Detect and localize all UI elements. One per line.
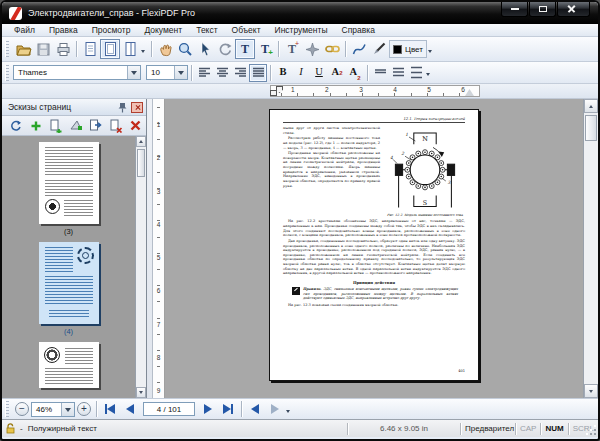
italic-button[interactable]: I	[292, 64, 310, 82]
nav-overflow-arrow[interactable]	[286, 410, 290, 415]
font-family-dropdown[interactable]	[127, 66, 140, 79]
add-page-button[interactable]	[27, 118, 44, 134]
fit-page-view-button[interactable]	[100, 39, 120, 59]
minimize-button[interactable]	[501, 2, 528, 17]
toolbar-grip[interactable]	[5, 401, 9, 417]
open-button[interactable]	[13, 39, 33, 59]
menu-edit[interactable]: Правка	[42, 25, 85, 35]
export-page-button[interactable]	[87, 118, 104, 134]
preview-button[interactable]: Предварител	[461, 424, 515, 433]
font-size-dropdown[interactable]	[174, 66, 187, 79]
rule-note: Правило. ЭДС, снимаемая контактными щетк…	[292, 287, 458, 301]
history-back-button[interactable]	[245, 401, 265, 417]
scroll-down-button[interactable]	[584, 384, 598, 398]
resize-grip[interactable]	[594, 433, 596, 435]
font-size-select[interactable]: 10	[146, 65, 188, 80]
menu-object[interactable]: Объект	[225, 25, 268, 35]
next-page-button[interactable]	[198, 401, 218, 417]
scroll-up-button[interactable]	[584, 99, 598, 113]
menu-document[interactable]: Документ	[137, 25, 189, 35]
hand-tool-button[interactable]	[155, 39, 175, 59]
zoom-out-button[interactable]: −	[15, 402, 29, 416]
print-button[interactable]	[53, 39, 73, 59]
main-toolbar: T T + T +	[2, 37, 598, 62]
ruler-number: 5	[157, 254, 161, 261]
eyedropper-tool-button[interactable]	[369, 39, 389, 59]
align-center-button[interactable]	[213, 64, 231, 82]
format-toolbar: Thames 10 B	[2, 62, 598, 84]
font-family-select[interactable]: Thames	[13, 65, 141, 80]
last-page-icon	[223, 404, 231, 414]
superscript-button[interactable]: A2	[328, 64, 346, 82]
add-text-tool-button[interactable]: T +	[255, 39, 275, 59]
rotate-tool-button[interactable]	[215, 39, 235, 59]
select-tool-button[interactable]	[195, 39, 215, 59]
line-spacing-onehalf-icon	[392, 67, 405, 78]
single-page-view-button[interactable]	[80, 39, 100, 59]
line-spacing-single-button[interactable]	[371, 64, 389, 82]
paragraph: На рис. 12.2 крестиками обозначены ЭДС, …	[283, 219, 465, 238]
menu-view[interactable]: Просмотр	[85, 25, 138, 35]
align-right-button[interactable]	[231, 64, 249, 82]
curve-tool-button[interactable]	[349, 39, 369, 59]
document-scrollbar[interactable]	[583, 99, 598, 398]
thumbnails-scrollbar[interactable]	[135, 136, 146, 398]
history-forward-button[interactable]	[265, 401, 285, 417]
zoom-tool-button[interactable]	[175, 39, 195, 59]
pin-icon[interactable]	[118, 102, 127, 113]
line-spacing-double-button[interactable]	[407, 64, 425, 82]
spacing-overflow-arrow[interactable]	[426, 73, 430, 78]
thumbnail-page-5[interactable]	[39, 342, 99, 388]
align-left-button[interactable]	[195, 64, 213, 82]
first-page-button[interactable]	[100, 401, 120, 417]
scrollbar-thumb[interactable]	[137, 149, 145, 177]
menu-tools[interactable]: Инструменты	[268, 25, 335, 35]
maximize-button[interactable]	[529, 2, 556, 17]
color-overflow-arrow[interactable]	[428, 50, 432, 55]
menu-help[interactable]: Справка	[335, 25, 382, 35]
zoom-dropdown[interactable]	[61, 403, 74, 416]
toolbar-grip[interactable]	[5, 65, 9, 81]
edit-text-tool-button[interactable]: T	[235, 39, 255, 59]
chain-link-icon	[324, 42, 341, 56]
insert-page-button[interactable]	[47, 118, 64, 134]
paragraph: Рассмотрим работу машины постоянного ток…	[283, 136, 380, 150]
save-button[interactable]	[33, 39, 53, 59]
close-button[interactable]	[557, 2, 590, 17]
previous-page-button[interactable]	[120, 401, 140, 417]
pdf-page[interactable]: 12.1. Теория электродвигателей мыми друг…	[269, 109, 479, 381]
facing-page-view-button[interactable]	[120, 39, 140, 59]
zoom-in-button[interactable]: +	[77, 402, 91, 416]
align-justify-button[interactable]	[249, 64, 267, 82]
thumbnail-page-4-selected[interactable]	[39, 242, 99, 324]
first-line-indent-marker[interactable]	[276, 86, 283, 93]
scrollbar-thumb[interactable]	[585, 115, 597, 141]
toolbar-grip[interactable]	[5, 41, 9, 57]
line-spacing-onehalf-button[interactable]	[389, 64, 407, 82]
transform-tool-button[interactable]	[302, 39, 322, 59]
subscript-button[interactable]: A2	[346, 64, 364, 82]
underline-button[interactable]: U	[310, 64, 328, 82]
view-overflow-arrow[interactable]	[141, 50, 145, 55]
crop-page-button[interactable]	[67, 118, 84, 134]
scroll-down-button[interactable]	[136, 387, 146, 398]
menu-text[interactable]: Текст	[189, 25, 224, 35]
last-page-button[interactable]	[218, 401, 238, 417]
scroll-up-button[interactable]	[136, 136, 146, 147]
document-viewport[interactable]: 12.1. Теория электродвигателей мыми друг…	[165, 99, 583, 398]
remove-button[interactable]	[127, 118, 144, 134]
menu-file[interactable]: Файл	[7, 25, 42, 35]
zoom-level-select[interactable]: 46%	[31, 402, 75, 417]
text-cursor-tool-button[interactable]: T +	[282, 39, 302, 59]
left-indent-marker[interactable]	[270, 90, 277, 96]
color-picker-button[interactable]: Цвет	[389, 40, 427, 58]
panel-close-button[interactable]	[131, 102, 143, 113]
magnifier-icon	[177, 41, 193, 57]
rotate-page-button[interactable]	[7, 118, 24, 134]
page-indicator-field[interactable]: 4 / 101	[143, 402, 195, 416]
link-tool-button[interactable]	[322, 39, 342, 59]
title-bar[interactable]: Электродвигатели_справ - FlexiPDF Pro	[2, 2, 598, 24]
delete-page-button[interactable]	[107, 118, 124, 134]
thumbnail-page-3[interactable]	[39, 142, 99, 224]
bold-button[interactable]: B	[274, 64, 292, 82]
